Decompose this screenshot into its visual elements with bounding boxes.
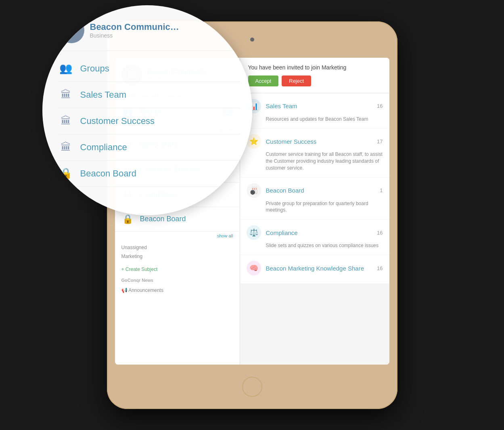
beacon-board-count: 1 bbox=[380, 187, 383, 193]
mag-groups-icon: 👥 bbox=[59, 61, 73, 76]
reject-button[interactable]: Reject bbox=[282, 76, 311, 86]
compliance-name: Compliance bbox=[266, 229, 374, 236]
ipad-wrapper: 🏛 Beacon Communic… Business Darcy Regist… bbox=[107, 21, 397, 409]
group-header-row-bm: 🧠 Beacon Marketing Knowledge Share 16 bbox=[247, 261, 383, 275]
magnifier-circle: 🏛 Beacon Communic… Business 👥 Groups 🏛 S… bbox=[42, 5, 252, 215]
marketing-name: Beacon Marketing Knowledge Share bbox=[266, 265, 374, 272]
mag-groups-label: Groups bbox=[80, 63, 109, 74]
group-header-row-bb: 🎳 Beacon Board 1 bbox=[247, 183, 383, 198]
group-header-row-comp: ⚖️ Compliance 16 bbox=[247, 225, 383, 240]
group-item-customer-success[interactable]: ⭐ Customer Success 17 Customer service t… bbox=[240, 128, 389, 177]
mag-divider bbox=[54, 50, 244, 51]
mag-lighthouse-icon: 🏛 bbox=[66, 23, 77, 37]
mag-compliance-label: Compliance bbox=[80, 142, 127, 153]
mag-building-icon: 🏛 bbox=[59, 88, 73, 102]
customer-success-name: Customer Success bbox=[266, 138, 374, 145]
compliance-icon: ⚖️ bbox=[247, 225, 261, 240]
sales-team-name: Sales Team bbox=[266, 103, 374, 109]
mag-nav-groups[interactable]: 👥 Groups bbox=[59, 56, 240, 82]
subject-unassigned: Unassigned bbox=[121, 243, 233, 252]
mag-nav-sales-team[interactable]: 🏛 Sales Team bbox=[59, 82, 240, 108]
announcements-link[interactable]: 📢 Announcements bbox=[115, 286, 240, 295]
groups-list: 📊 Sales Team 16 Resources and updates fo… bbox=[240, 93, 389, 284]
group-item-beacon-marketing[interactable]: 🧠 Beacon Marketing Knowledge Share 16 bbox=[240, 255, 389, 283]
sales-team-desc: Resources and updates for Beacon Sales T… bbox=[247, 116, 383, 123]
mag-org: Beacon Communic… Business bbox=[90, 22, 240, 39]
mag-header: 🏛 Beacon Communic… Business bbox=[59, 17, 240, 43]
show-all-link-2[interactable]: show all bbox=[115, 232, 240, 240]
create-subject[interactable]: + Create Subject bbox=[115, 264, 240, 275]
announcements-text: Announcements bbox=[128, 287, 163, 293]
announcement-icon: 📢 bbox=[121, 287, 128, 293]
group-item-sales-team[interactable]: 📊 Sales Team 16 Resources and updates fo… bbox=[240, 93, 389, 128]
compliance-desc: Slide sets and quizzes on various compli… bbox=[247, 242, 383, 249]
ipad-frame: 🏛 Beacon Communic… Business Darcy Regist… bbox=[107, 21, 397, 409]
mag-nav-beacon-board[interactable]: 🔒 Beacon Board bbox=[59, 161, 240, 187]
subjects-section: Unassigned Marketing bbox=[115, 240, 240, 264]
mag-sales-team-label: Sales Team bbox=[80, 90, 127, 100]
home-button[interactable] bbox=[242, 377, 262, 397]
beacon-board-icon: 🎳 bbox=[247, 183, 261, 198]
group-header-row: 📊 Sales Team 16 bbox=[247, 99, 383, 113]
lock-icon: 🔒 bbox=[121, 213, 134, 226]
mag-org-name: Beacon Communic… bbox=[90, 22, 240, 32]
mag-beacon-board-label: Beacon Board bbox=[80, 168, 136, 179]
beacon-board-desc: Private group for preparation for quarte… bbox=[247, 200, 383, 214]
sales-team-count: 16 bbox=[377, 103, 383, 109]
magnifier-content: 🏛 Beacon Communic… Business 👥 Groups 🏛 S… bbox=[42, 5, 252, 215]
invite-actions: Accept Reject bbox=[248, 76, 381, 86]
mag-org-type: Business bbox=[90, 32, 240, 39]
subject-marketing: Marketing bbox=[121, 252, 233, 261]
group-item-beacon-board[interactable]: 🎳 Beacon Board 1 Private group for prepa… bbox=[240, 178, 389, 220]
beacon-board-name: Beacon Board bbox=[266, 187, 377, 194]
beacon-board-label: Beacon Board bbox=[140, 215, 186, 223]
mag-lock-icon: 🔒 bbox=[59, 166, 73, 181]
mag-nav-compliance[interactable]: 🏛 Compliance bbox=[59, 134, 240, 161]
camera-dot bbox=[250, 38, 254, 42]
right-panel: You have been invited to join Marketing … bbox=[240, 58, 389, 365]
invite-banner: You have been invited to join Marketing … bbox=[240, 58, 389, 93]
mag-customer-success-label: Customer Success bbox=[80, 116, 155, 126]
group-item-compliance[interactable]: ⚖️ Compliance 16 Slide sets and quizzes … bbox=[240, 220, 389, 255]
mag-building-icon-2: 🏛 bbox=[59, 114, 73, 128]
group-header-row-cs: ⭐ Customer Success 17 bbox=[247, 134, 383, 149]
accept-button[interactable]: Accept bbox=[248, 76, 279, 86]
invite-text: You have been invited to join Marketing bbox=[248, 64, 381, 71]
marketing-icon: 🧠 bbox=[247, 261, 261, 275]
customer-success-count: 17 bbox=[377, 138, 383, 145]
mag-logo: 🏛 bbox=[59, 17, 84, 43]
mag-building-icon-3: 🏛 bbox=[59, 140, 73, 155]
mag-nav-customer-success[interactable]: 🏛 Customer Success bbox=[59, 108, 240, 134]
goconqr-news-label: GoConqr News bbox=[115, 275, 240, 286]
marketing-count: 16 bbox=[377, 265, 383, 271]
customer-success-desc: Customer service training for all Beacon… bbox=[247, 151, 383, 171]
compliance-count: 16 bbox=[377, 230, 383, 236]
